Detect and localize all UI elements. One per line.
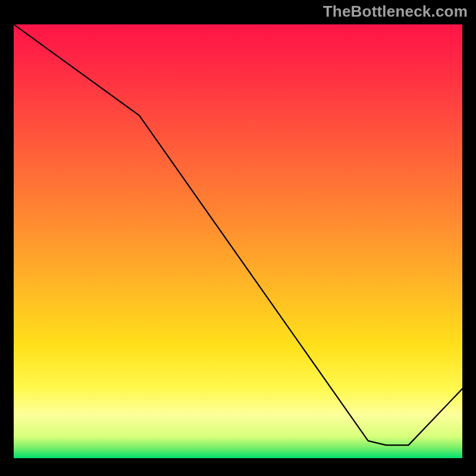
main-curve — [14, 24, 462, 445]
plot-area — [14, 24, 462, 458]
chart-container: TheBottleneck.com — [0, 0, 476, 476]
curve-layer — [14, 24, 462, 458]
plot-frame — [12, 23, 464, 460]
watermark-text: TheBottleneck.com — [323, 2, 468, 21]
